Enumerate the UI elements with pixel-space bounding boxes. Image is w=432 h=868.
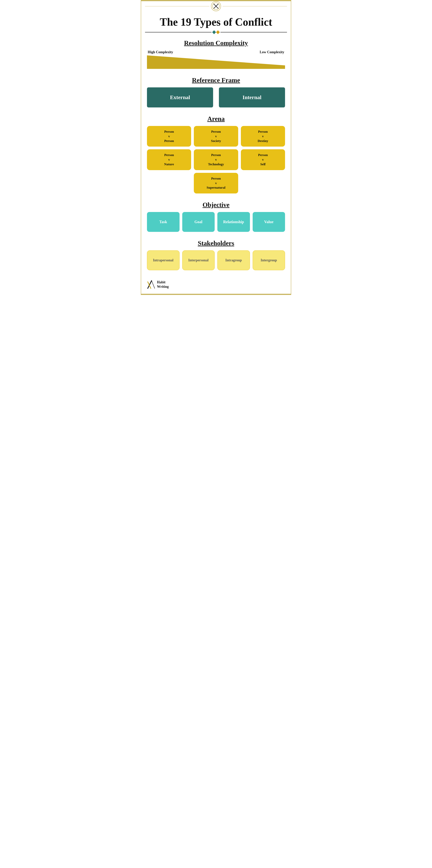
external-box: External: [147, 87, 213, 107]
arena-section: Arena PersonvPerson PersonvSociety Perso…: [141, 113, 291, 199]
obj-goal: Goal: [182, 212, 215, 232]
objective-boxes: Task Goal Relationship Value: [147, 212, 285, 232]
bottom-border: [141, 294, 291, 294]
main-title: The 19 Types of Conflict: [141, 11, 291, 30]
stake-interpersonal: Interpersonal: [182, 250, 215, 270]
svg-marker-3: [147, 55, 285, 69]
obj-relationship: Relationship: [217, 212, 250, 232]
reference-frame-title: Reference Frame: [147, 76, 285, 84]
svg-line-6: [152, 281, 155, 288]
arena-person-supernatural: PersonvSupernatural: [194, 173, 238, 193]
logo-circle: [211, 1, 221, 11]
hw-logo-icon: [147, 280, 155, 289]
stake-intergroup: Intergroup: [253, 250, 285, 270]
divider-left: [145, 6, 210, 6]
objective-section: Objective Task Goal Relationship Value: [141, 199, 291, 238]
arena-grid: PersonvPerson PersonvSociety PersonvDest…: [147, 126, 285, 193]
footer-logo: Habit Writing: [147, 280, 169, 289]
ref-frame-boxes: External Internal: [147, 87, 285, 107]
stakeholders-section: Stakeholders Intrapersonal Interpersonal…: [141, 238, 291, 276]
obj-task: Task: [147, 212, 180, 232]
obj-value: Value: [253, 212, 285, 232]
stake-intragroup: Intragroup: [217, 250, 250, 270]
logo-row: [141, 1, 291, 11]
high-complexity-label: High Complexity: [148, 50, 173, 54]
low-complexity-label: Low Complexity: [260, 50, 284, 54]
arena-person-nature: PersonvNature: [147, 149, 191, 170]
arena-person-destiny: PersonvDestiny: [241, 126, 285, 147]
diamond-yellow-icon: [216, 30, 220, 34]
footer-brand-text: Habit Writing: [157, 280, 169, 289]
stake-intrapersonal: Intrapersonal: [147, 250, 180, 270]
arena-person-person: PersonvPerson: [147, 126, 191, 147]
title-divider: [141, 30, 291, 37]
reference-frame-section: Reference Frame External Internal: [141, 75, 291, 113]
stakeholder-boxes: Intrapersonal Interpersonal Intragroup I…: [147, 250, 285, 270]
arena-person-society: PersonvSociety: [194, 126, 238, 147]
arena-person-technology: PersonvTechnology: [194, 149, 238, 170]
complexity-labels: High Complexity Low Complexity: [147, 50, 285, 54]
stakeholders-title: Stakeholders: [147, 240, 285, 247]
footer: Habit Writing: [141, 276, 291, 294]
divider-right: [222, 6, 287, 6]
resolution-section: Resolution Complexity High Complexity Lo…: [141, 37, 291, 75]
objective-title: Objective: [147, 201, 285, 209]
svg-line-4: [148, 281, 152, 288]
complexity-bar: [147, 55, 285, 69]
arena-title: Arena: [147, 115, 285, 123]
diamond-teal-icon: [212, 30, 216, 34]
arena-person-self: PersonvSelf: [241, 149, 285, 170]
internal-box: Internal: [219, 87, 285, 107]
resolution-title: Resolution Complexity: [147, 39, 285, 47]
